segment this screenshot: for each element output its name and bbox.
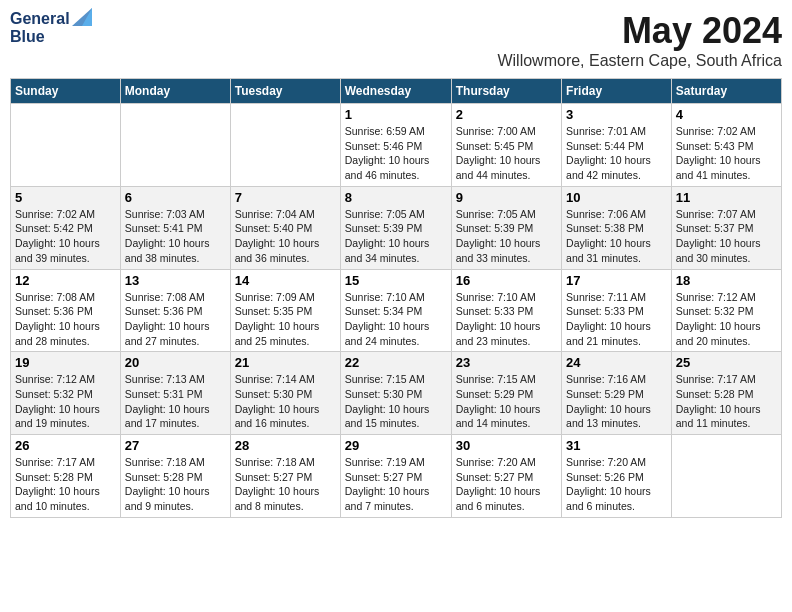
day-info: Sunrise: 7:10 AM Sunset: 5:33 PM Dayligh… bbox=[456, 290, 557, 349]
day-number: 1 bbox=[345, 107, 447, 122]
logo: General Blue bbox=[10, 10, 92, 47]
day-number: 3 bbox=[566, 107, 667, 122]
calendar-cell: 23Sunrise: 7:15 AM Sunset: 5:29 PM Dayli… bbox=[451, 352, 561, 435]
weekday-header: Friday bbox=[562, 79, 672, 104]
day-number: 10 bbox=[566, 190, 667, 205]
day-number: 31 bbox=[566, 438, 667, 453]
day-info: Sunrise: 7:08 AM Sunset: 5:36 PM Dayligh… bbox=[125, 290, 226, 349]
calendar-cell: 16Sunrise: 7:10 AM Sunset: 5:33 PM Dayli… bbox=[451, 269, 561, 352]
calendar-cell: 6Sunrise: 7:03 AM Sunset: 5:41 PM Daylig… bbox=[120, 186, 230, 269]
day-number: 25 bbox=[676, 355, 777, 370]
day-info: Sunrise: 7:10 AM Sunset: 5:34 PM Dayligh… bbox=[345, 290, 447, 349]
calendar-cell bbox=[671, 435, 781, 518]
weekday-header: Saturday bbox=[671, 79, 781, 104]
weekday-header: Wednesday bbox=[340, 79, 451, 104]
calendar-header-row: SundayMondayTuesdayWednesdayThursdayFrid… bbox=[11, 79, 782, 104]
day-number: 17 bbox=[566, 273, 667, 288]
day-number: 24 bbox=[566, 355, 667, 370]
calendar-cell: 20Sunrise: 7:13 AM Sunset: 5:31 PM Dayli… bbox=[120, 352, 230, 435]
calendar-table: SundayMondayTuesdayWednesdayThursdayFrid… bbox=[10, 78, 782, 518]
day-info: Sunrise: 7:14 AM Sunset: 5:30 PM Dayligh… bbox=[235, 372, 336, 431]
calendar-cell bbox=[230, 104, 340, 187]
day-number: 9 bbox=[456, 190, 557, 205]
calendar-week-row: 5Sunrise: 7:02 AM Sunset: 5:42 PM Daylig… bbox=[11, 186, 782, 269]
calendar-cell: 18Sunrise: 7:12 AM Sunset: 5:32 PM Dayli… bbox=[671, 269, 781, 352]
day-number: 19 bbox=[15, 355, 116, 370]
day-info: Sunrise: 7:06 AM Sunset: 5:38 PM Dayligh… bbox=[566, 207, 667, 266]
day-info: Sunrise: 7:12 AM Sunset: 5:32 PM Dayligh… bbox=[15, 372, 116, 431]
calendar-cell: 11Sunrise: 7:07 AM Sunset: 5:37 PM Dayli… bbox=[671, 186, 781, 269]
day-number: 8 bbox=[345, 190, 447, 205]
day-number: 20 bbox=[125, 355, 226, 370]
day-info: Sunrise: 7:20 AM Sunset: 5:27 PM Dayligh… bbox=[456, 455, 557, 514]
calendar-cell: 8Sunrise: 7:05 AM Sunset: 5:39 PM Daylig… bbox=[340, 186, 451, 269]
calendar-cell: 30Sunrise: 7:20 AM Sunset: 5:27 PM Dayli… bbox=[451, 435, 561, 518]
weekday-header: Monday bbox=[120, 79, 230, 104]
day-info: Sunrise: 7:02 AM Sunset: 5:42 PM Dayligh… bbox=[15, 207, 116, 266]
calendar-cell bbox=[120, 104, 230, 187]
day-number: 5 bbox=[15, 190, 116, 205]
day-info: Sunrise: 7:01 AM Sunset: 5:44 PM Dayligh… bbox=[566, 124, 667, 183]
calendar-cell: 27Sunrise: 7:18 AM Sunset: 5:28 PM Dayli… bbox=[120, 435, 230, 518]
day-info: Sunrise: 7:02 AM Sunset: 5:43 PM Dayligh… bbox=[676, 124, 777, 183]
location: Willowmore, Eastern Cape, South Africa bbox=[497, 52, 782, 70]
day-number: 18 bbox=[676, 273, 777, 288]
calendar-cell: 7Sunrise: 7:04 AM Sunset: 5:40 PM Daylig… bbox=[230, 186, 340, 269]
day-number: 11 bbox=[676, 190, 777, 205]
calendar-week-row: 1Sunrise: 6:59 AM Sunset: 5:46 PM Daylig… bbox=[11, 104, 782, 187]
day-number: 16 bbox=[456, 273, 557, 288]
calendar-cell: 9Sunrise: 7:05 AM Sunset: 5:39 PM Daylig… bbox=[451, 186, 561, 269]
day-info: Sunrise: 6:59 AM Sunset: 5:46 PM Dayligh… bbox=[345, 124, 447, 183]
calendar-cell: 10Sunrise: 7:06 AM Sunset: 5:38 PM Dayli… bbox=[562, 186, 672, 269]
day-info: Sunrise: 7:18 AM Sunset: 5:28 PM Dayligh… bbox=[125, 455, 226, 514]
calendar-cell: 25Sunrise: 7:17 AM Sunset: 5:28 PM Dayli… bbox=[671, 352, 781, 435]
day-info: Sunrise: 7:17 AM Sunset: 5:28 PM Dayligh… bbox=[15, 455, 116, 514]
day-info: Sunrise: 7:04 AM Sunset: 5:40 PM Dayligh… bbox=[235, 207, 336, 266]
calendar-cell: 21Sunrise: 7:14 AM Sunset: 5:30 PM Dayli… bbox=[230, 352, 340, 435]
calendar-cell: 4Sunrise: 7:02 AM Sunset: 5:43 PM Daylig… bbox=[671, 104, 781, 187]
calendar-week-row: 26Sunrise: 7:17 AM Sunset: 5:28 PM Dayli… bbox=[11, 435, 782, 518]
logo-blue: Blue bbox=[10, 28, 92, 46]
calendar-cell: 13Sunrise: 7:08 AM Sunset: 5:36 PM Dayli… bbox=[120, 269, 230, 352]
logo-arrow-icon bbox=[72, 8, 92, 26]
page-header: General Blue May 2024 Willowmore, Easter… bbox=[10, 10, 782, 70]
day-number: 28 bbox=[235, 438, 336, 453]
day-info: Sunrise: 7:12 AM Sunset: 5:32 PM Dayligh… bbox=[676, 290, 777, 349]
day-number: 23 bbox=[456, 355, 557, 370]
calendar-cell: 22Sunrise: 7:15 AM Sunset: 5:30 PM Dayli… bbox=[340, 352, 451, 435]
day-info: Sunrise: 7:11 AM Sunset: 5:33 PM Dayligh… bbox=[566, 290, 667, 349]
day-number: 7 bbox=[235, 190, 336, 205]
day-number: 29 bbox=[345, 438, 447, 453]
day-number: 12 bbox=[15, 273, 116, 288]
calendar-cell bbox=[11, 104, 121, 187]
day-number: 30 bbox=[456, 438, 557, 453]
calendar-cell: 2Sunrise: 7:00 AM Sunset: 5:45 PM Daylig… bbox=[451, 104, 561, 187]
weekday-header: Tuesday bbox=[230, 79, 340, 104]
calendar-cell: 1Sunrise: 6:59 AM Sunset: 5:46 PM Daylig… bbox=[340, 104, 451, 187]
day-number: 2 bbox=[456, 107, 557, 122]
day-number: 27 bbox=[125, 438, 226, 453]
day-info: Sunrise: 7:16 AM Sunset: 5:29 PM Dayligh… bbox=[566, 372, 667, 431]
day-number: 21 bbox=[235, 355, 336, 370]
calendar-cell: 5Sunrise: 7:02 AM Sunset: 5:42 PM Daylig… bbox=[11, 186, 121, 269]
day-info: Sunrise: 7:18 AM Sunset: 5:27 PM Dayligh… bbox=[235, 455, 336, 514]
day-info: Sunrise: 7:00 AM Sunset: 5:45 PM Dayligh… bbox=[456, 124, 557, 183]
day-number: 14 bbox=[235, 273, 336, 288]
day-info: Sunrise: 7:05 AM Sunset: 5:39 PM Dayligh… bbox=[345, 207, 447, 266]
weekday-header: Sunday bbox=[11, 79, 121, 104]
day-info: Sunrise: 7:07 AM Sunset: 5:37 PM Dayligh… bbox=[676, 207, 777, 266]
day-number: 22 bbox=[345, 355, 447, 370]
logo-general: General bbox=[10, 10, 70, 28]
day-info: Sunrise: 7:13 AM Sunset: 5:31 PM Dayligh… bbox=[125, 372, 226, 431]
day-number: 13 bbox=[125, 273, 226, 288]
calendar-cell: 17Sunrise: 7:11 AM Sunset: 5:33 PM Dayli… bbox=[562, 269, 672, 352]
calendar-cell: 28Sunrise: 7:18 AM Sunset: 5:27 PM Dayli… bbox=[230, 435, 340, 518]
calendar-cell: 12Sunrise: 7:08 AM Sunset: 5:36 PM Dayli… bbox=[11, 269, 121, 352]
calendar-cell: 26Sunrise: 7:17 AM Sunset: 5:28 PM Dayli… bbox=[11, 435, 121, 518]
day-number: 6 bbox=[125, 190, 226, 205]
day-info: Sunrise: 7:08 AM Sunset: 5:36 PM Dayligh… bbox=[15, 290, 116, 349]
calendar-cell: 19Sunrise: 7:12 AM Sunset: 5:32 PM Dayli… bbox=[11, 352, 121, 435]
calendar-cell: 24Sunrise: 7:16 AM Sunset: 5:29 PM Dayli… bbox=[562, 352, 672, 435]
day-info: Sunrise: 7:15 AM Sunset: 5:29 PM Dayligh… bbox=[456, 372, 557, 431]
calendar-week-row: 12Sunrise: 7:08 AM Sunset: 5:36 PM Dayli… bbox=[11, 269, 782, 352]
